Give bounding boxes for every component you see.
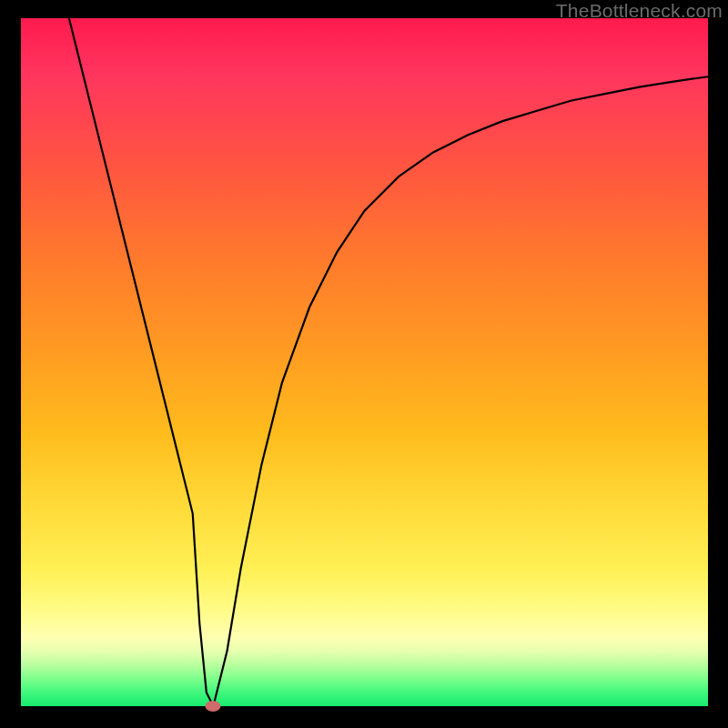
watermark-text: TheBottleneck.com: [556, 0, 723, 22]
chart-frame: [21, 18, 708, 706]
optimal-point-marker: [206, 701, 221, 712]
bottleneck-curve: [21, 18, 708, 706]
